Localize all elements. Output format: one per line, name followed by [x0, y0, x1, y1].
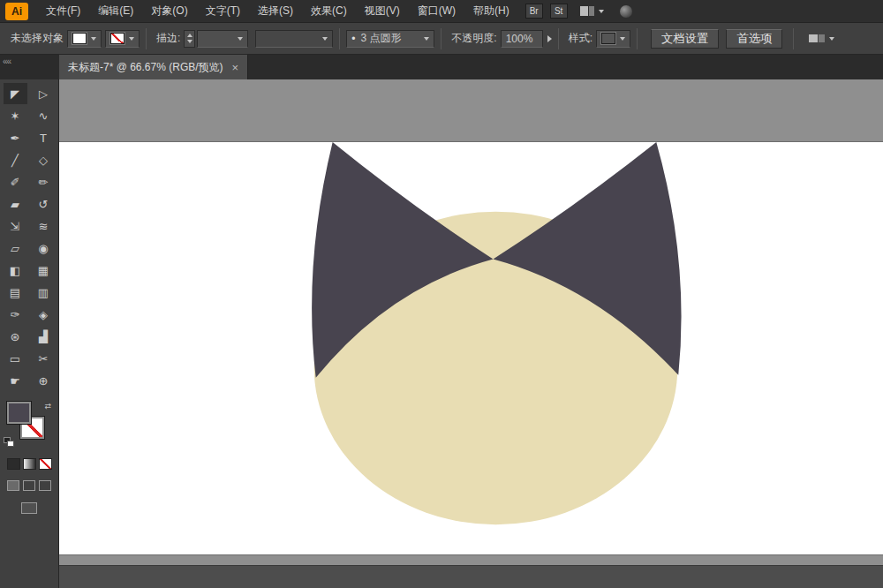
workspace-switcher-icon[interactable] — [580, 6, 604, 16]
menu-edit[interactable]: 编辑(E) — [89, 0, 142, 23]
stroke-weight-label: 描边: — [156, 31, 180, 46]
fill-color-indicator[interactable] — [7, 402, 31, 424]
stock-button[interactable]: St — [550, 4, 568, 19]
chevron-down-icon — [829, 37, 834, 41]
artboard-tool[interactable]: ▭ — [4, 348, 27, 369]
symbol-sprayer-tool[interactable]: ⊛ — [4, 326, 27, 347]
separator — [146, 28, 147, 49]
brush-definition-value: 3 点圆形 — [361, 31, 402, 46]
toolbar-collapse-icon[interactable]: «« — [0, 55, 59, 79]
width-tool[interactable]: ≋ — [32, 215, 56, 237]
stroke-weight-stepper[interactable] — [184, 30, 195, 48]
live-paint-tool[interactable]: ◧ — [4, 260, 27, 281]
swap-fill-stroke-icon[interactable]: ⇄ — [44, 402, 51, 411]
drawing-mode-buttons — [7, 480, 51, 491]
magic-wand-tool[interactable]: ✶ — [4, 105, 27, 126]
color-button[interactable] — [7, 458, 20, 470]
paintbrush-tool[interactable]: ✐ — [4, 171, 27, 192]
hand-tool[interactable]: ☛ — [4, 370, 27, 391]
arrange-documents-dropdown[interactable] — [809, 34, 834, 42]
default-fill-stroke-icon[interactable] — [4, 437, 15, 448]
separator — [339, 28, 340, 49]
chevron-down-icon — [599, 10, 604, 13]
lasso-tool[interactable]: ∿ — [32, 105, 56, 126]
color-mode-buttons — [7, 458, 52, 470]
artboard[interactable] — [59, 141, 883, 555]
document-tab-title: 未标题-7* @ 66.67% (RGB/预览) — [68, 60, 223, 75]
opacity-input[interactable]: 100% — [501, 30, 543, 48]
style-label: 样式: — [569, 31, 592, 46]
chevron-down-icon — [620, 37, 625, 41]
arrange-icon-part — [819, 34, 825, 42]
menu-file[interactable]: 文件(F) — [37, 0, 89, 23]
menu-select[interactable]: 选择(S) — [249, 0, 302, 23]
shape-tool[interactable]: ◇ — [32, 149, 56, 170]
none-button[interactable] — [39, 458, 52, 470]
chevron-down-icon — [322, 37, 328, 41]
stepper-down-icon — [187, 40, 192, 43]
shape-builder-tool[interactable]: ◉ — [32, 237, 56, 259]
tools-grid: ◤ ▷ ✶ ∿ ✒ T ╱ ◇ ✐ ✏ ▰ ↺ ⇲ ≋ ▱ ◉ ◧ ▦ ▤ ▥ … — [4, 83, 56, 391]
document-tab-bar: «« 未标题-7* @ 66.67% (RGB/预览) × — [0, 55, 883, 79]
opacity-label: 不透明度: — [451, 31, 496, 46]
style-swatch — [601, 33, 615, 44]
preferences-button[interactable]: 首选项 — [726, 29, 782, 49]
separator — [793, 28, 794, 49]
sync-status-icon[interactable] — [620, 5, 632, 18]
menu-effect[interactable]: 效果(C) — [302, 0, 356, 23]
gradient-tool[interactable]: ▥ — [32, 282, 56, 303]
scale-tool[interactable]: ⇲ — [4, 215, 27, 237]
workspace-icon-part — [589, 6, 594, 16]
menu-help[interactable]: 帮助(H) — [464, 0, 518, 23]
stroke-color-dropdown[interactable] — [105, 30, 140, 48]
draw-behind-button[interactable] — [23, 480, 35, 491]
document-setup-button[interactable]: 文档设置 — [651, 29, 719, 49]
opacity-value: 100% — [506, 33, 533, 45]
close-icon[interactable]: × — [232, 61, 239, 74]
chevron-down-icon — [424, 37, 429, 41]
rotate-tool[interactable]: ↺ — [32, 193, 56, 215]
eraser-tool[interactable]: ▰ — [4, 193, 27, 215]
draw-normal-button[interactable] — [7, 480, 19, 491]
pen-tool[interactable]: ✒ — [4, 127, 27, 148]
brush-preview-icon: • — [351, 33, 355, 45]
variable-width-profile-dropdown[interactable] — [255, 30, 333, 48]
fill-swatch — [72, 33, 87, 44]
draw-inside-button[interactable] — [39, 480, 51, 491]
selection-tool[interactable]: ◤ — [4, 83, 27, 104]
gradient-button[interactable] — [23, 458, 36, 470]
menu-bar: Ai 文件(F) 编辑(E) 对象(O) 文字(T) 选择(S) 效果(C) 视… — [0, 0, 883, 23]
zoom-tool[interactable]: ⊕ — [32, 370, 56, 391]
mesh-tool[interactable]: ▤ — [4, 282, 27, 303]
document-tab[interactable]: 未标题-7* @ 66.67% (RGB/预览) × — [59, 55, 248, 79]
arrange-icon-part — [809, 34, 818, 42]
perspective-grid-tool[interactable]: ▦ — [32, 260, 56, 281]
slice-tool[interactable]: ✂ — [32, 348, 56, 369]
main-area: ◤ ▷ ✶ ∿ ✒ T ╱ ◇ ✐ ✏ ▰ ↺ ⇲ ≋ ▱ ◉ ◧ ▦ ▤ ▥ … — [0, 79, 883, 588]
blend-tool[interactable]: ◈ — [32, 304, 56, 325]
app-logo-icon: Ai — [5, 3, 28, 20]
chevron-down-icon — [129, 37, 134, 41]
direct-selection-tool[interactable]: ▷ — [32, 83, 56, 104]
free-transform-tool[interactable]: ▱ — [4, 237, 27, 259]
menu-object[interactable]: 对象(O) — [142, 0, 196, 23]
canvas-pasteboard[interactable] — [59, 79, 883, 588]
menu-window[interactable]: 窗口(W) — [409, 0, 464, 23]
bridge-button[interactable]: Br — [525, 4, 543, 19]
separator — [441, 28, 442, 49]
column-graph-tool[interactable]: ▟ — [32, 326, 56, 347]
pencil-tool[interactable]: ✏ — [32, 171, 56, 192]
fill-color-dropdown[interactable] — [67, 30, 102, 48]
opacity-expand-icon[interactable] — [547, 35, 552, 42]
type-tool[interactable]: T — [32, 127, 56, 148]
line-segment-tool[interactable]: ╱ — [4, 149, 27, 170]
eyedropper-tool[interactable]: ✑ — [4, 304, 27, 325]
menu-type[interactable]: 文字(T) — [197, 0, 249, 23]
default-stroke-icon — [7, 441, 14, 447]
separator — [558, 28, 559, 49]
graphic-style-dropdown[interactable] — [596, 30, 630, 48]
screen-mode-button[interactable] — [21, 502, 37, 514]
menu-view[interactable]: 视图(V) — [356, 0, 409, 23]
stroke-weight-dropdown[interactable] — [197, 30, 248, 48]
brush-definition-dropdown[interactable]: • 3 点圆形 — [346, 30, 434, 48]
